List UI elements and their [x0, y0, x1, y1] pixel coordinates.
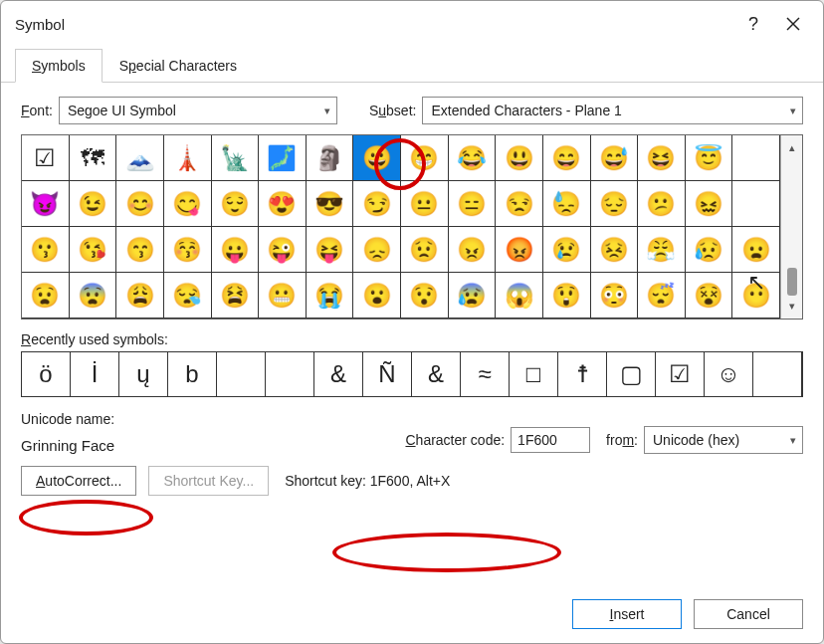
symbol-cell[interactable] [732, 135, 780, 181]
recent-symbol-cell[interactable] [217, 352, 266, 396]
symbol-cell[interactable]: 😭 [307, 273, 354, 319]
recent-symbol-cell[interactable]: & [412, 352, 461, 396]
recent-symbol-cell[interactable]: ų [119, 352, 168, 396]
symbol-cell[interactable]: 😵 [686, 273, 733, 319]
symbol-cell[interactable]: 😃 [496, 135, 543, 181]
help-button[interactable]: ? [733, 10, 773, 38]
symbol-cell[interactable]: 😊 [116, 181, 164, 227]
symbol-cell[interactable]: 😮 [353, 273, 401, 319]
recent-symbol-cell[interactable]: Ñ [363, 352, 412, 396]
symbol-cell[interactable]: 😕 [638, 181, 686, 227]
symbol-cell[interactable]: 😶 [732, 273, 780, 319]
chevron-down-icon: ▾ [790, 105, 796, 117]
symbol-cell[interactable]: 😚 [164, 227, 212, 273]
symbol-cell[interactable]: ☑ [22, 135, 70, 181]
symbol-cell[interactable]: 😧 [22, 273, 70, 319]
recent-symbol-cell[interactable]: ☑ [656, 352, 705, 396]
symbol-cell[interactable]: 😓 [543, 181, 591, 227]
symbol-cell[interactable]: 😩 [116, 273, 164, 319]
recent-symbol-cell[interactable]: İ [71, 352, 119, 396]
symbol-cell[interactable]: 😌 [212, 181, 260, 227]
from-select[interactable]: Unicode (hex) ▾ [644, 426, 803, 454]
cancel-button[interactable]: Cancel [694, 599, 803, 629]
autocorrect-button[interactable]: AutoCorrect... [21, 466, 136, 496]
char-code-input[interactable]: 1F600 [511, 427, 590, 453]
tab-special-characters[interactable]: Special Characters [103, 49, 254, 82]
symbol-cell[interactable]: 🗾 [259, 135, 307, 181]
scroll-up-icon[interactable]: ▴ [789, 141, 795, 154]
symbol-cell[interactable]: 😳 [591, 273, 639, 319]
symbol-cell[interactable]: 🗺 [70, 135, 117, 181]
recent-symbol-cell[interactable]: ☨ [558, 352, 607, 396]
symbol-cell[interactable]: 😲 [543, 273, 591, 319]
scroll-thumb[interactable] [787, 268, 797, 296]
recent-symbol-cell[interactable]: b [168, 352, 217, 396]
scroll-down-icon[interactable]: ▾ [789, 300, 795, 313]
symbol-cell[interactable]: 😟 [401, 227, 449, 273]
font-value: Segoe UI Symbol [68, 103, 176, 118]
symbol-cell[interactable]: 😒 [496, 181, 543, 227]
recent-symbol-cell[interactable]: □ [510, 352, 558, 396]
recent-symbol-cell[interactable]: ☺ [705, 352, 753, 396]
symbol-cell[interactable]: 😰 [449, 273, 497, 319]
symbol-cell[interactable]: 😐 [401, 181, 449, 227]
recent-symbol-cell[interactable]: ≈ [461, 352, 510, 396]
symbol-cell[interactable]: 😣 [591, 227, 639, 273]
recent-symbol-cell[interactable]: & [314, 352, 363, 396]
symbol-cell[interactable]: 🗽 [212, 135, 260, 181]
recent-symbol-cell[interactable] [753, 352, 802, 396]
symbol-cell[interactable]: 😋 [164, 181, 212, 227]
symbol-cell[interactable]: 😎 [307, 181, 354, 227]
symbol-cell[interactable]: 😤 [638, 227, 686, 273]
symbol-cell[interactable]: 😛 [212, 227, 260, 273]
symbol-cell[interactable]: 😈 [22, 181, 70, 227]
symbol-cell[interactable]: 😍 [259, 181, 307, 227]
symbol-cell[interactable]: 😴 [638, 273, 686, 319]
symbol-cell[interactable]: 😪 [164, 273, 212, 319]
recent-symbol-cell[interactable]: ö [22, 352, 71, 396]
symbol-cell[interactable]: 🗻 [116, 135, 164, 181]
symbol-cell[interactable] [732, 181, 780, 227]
symbol-cell[interactable]: 😜 [259, 227, 307, 273]
symbol-cell[interactable]: 😗 [22, 227, 70, 273]
close-button[interactable] [773, 10, 813, 38]
symbol-cell[interactable]: 😥 [686, 227, 733, 273]
unicode-name-label: Unicode name: [21, 411, 114, 427]
symbol-cell[interactable]: 😆 [638, 135, 686, 181]
symbol-cell[interactable]: 😡 [496, 227, 543, 273]
symbol-cell[interactable]: 😘 [70, 227, 117, 273]
symbol-cell[interactable]: 😁 [401, 135, 449, 181]
symbol-cell[interactable]: 😖 [686, 181, 733, 227]
recent-symbol-row: öİųb&Ñ&≈□☨▢☑☺ [21, 351, 803, 397]
symbol-cell[interactable]: 😄 [543, 135, 591, 181]
symbol-cell[interactable]: 😠 [449, 227, 497, 273]
symbol-cell[interactable]: 😫 [212, 273, 260, 319]
symbol-cell[interactable]: 😦 [732, 227, 780, 273]
symbol-cell[interactable]: 🗼 [164, 135, 212, 181]
symbol-cell[interactable]: 😂 [449, 135, 497, 181]
symbol-cell[interactable]: 😢 [543, 227, 591, 273]
font-select[interactable]: Segoe UI Symbol ▾ [59, 97, 337, 124]
symbol-cell[interactable]: 😬 [259, 273, 307, 319]
symbol-cell[interactable]: 😱 [496, 273, 543, 319]
symbol-cell[interactable]: 😇 [686, 135, 733, 181]
recent-symbol-cell[interactable] [266, 352, 314, 396]
tab-symbols[interactable]: Symbols [15, 49, 103, 83]
symbol-cell[interactable]: 😉 [70, 181, 117, 227]
symbol-cell[interactable]: 😨 [70, 273, 117, 319]
recent-symbol-cell[interactable]: ▢ [607, 352, 656, 396]
symbol-cell[interactable]: 😔 [591, 181, 639, 227]
symbol-cell[interactable]: 😏 [353, 181, 401, 227]
symbol-cell[interactable]: 🗿 [307, 135, 354, 181]
symbol-cell[interactable]: 😑 [449, 181, 497, 227]
symbol-cell[interactable]: 😝 [307, 227, 354, 273]
insert-button[interactable]: Insert [572, 599, 682, 629]
symbol-cell[interactable]: 😞 [353, 227, 401, 273]
symbol-cell[interactable]: 😯 [401, 273, 449, 319]
symbol-cell[interactable]: 😅 [591, 135, 639, 181]
subset-select[interactable]: Extended Characters - Plane 1 ▾ [422, 97, 803, 124]
symbol-cell[interactable]: 😙 [116, 227, 164, 273]
tab-strip: Symbols Special Characters [1, 39, 823, 83]
symbol-cell[interactable]: 😀 [353, 135, 401, 181]
grid-scrollbar[interactable]: ▴ ▾ [780, 135, 802, 319]
